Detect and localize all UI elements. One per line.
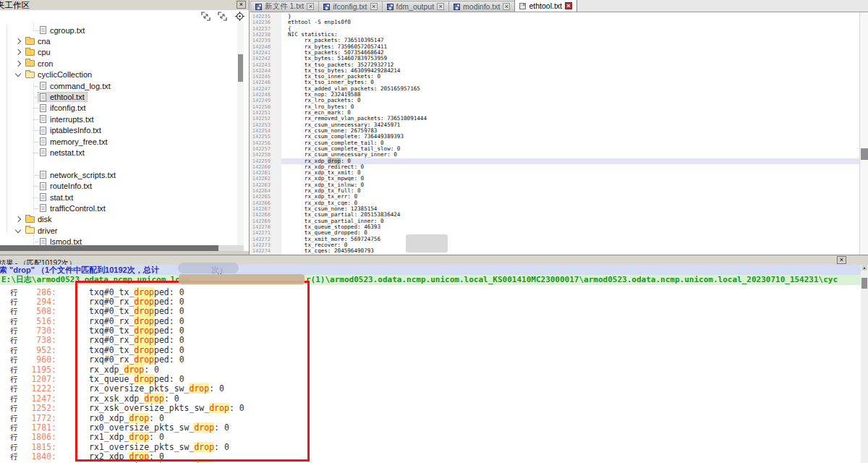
- editor-line-text: rx_xdp_tx_full: 0: [281, 188, 868, 194]
- editor-line[interactable]: 142236ethtool -S enp1s0f0: [250, 20, 868, 25]
- tree-item-label: disk: [38, 215, 52, 224]
- results-scrollbar-thumb[interactable]: [861, 278, 867, 289]
- tree-item-ifconfig.txt[interactable]: ifconfig.txt: [0, 103, 237, 114]
- chevron-right-icon[interactable]: [15, 38, 21, 44]
- tab-close-icon[interactable]: ×: [437, 3, 444, 10]
- tree-item-routeInfo.txt[interactable]: routeInfo.txt: [0, 180, 237, 191]
- chevron-right-icon[interactable]: [15, 49, 21, 55]
- workspace-tree: cgroup.txtcnacpucroncyclicCollectioncomm…: [0, 22, 237, 245]
- tree-item-netstat.txt[interactable]: netstat.txt: [0, 147, 237, 158]
- tab-modinfo.txt[interactable]: modinfo.txt×: [448, 1, 515, 12]
- line-label: 行: [10, 375, 18, 384]
- tree-item-stat.txt[interactable]: stat.txt: [0, 192, 237, 203]
- line-number: 142244: [250, 68, 281, 74]
- editor-line[interactable]: 142237{: [250, 26, 868, 32]
- line-number: 142259: [250, 158, 281, 164]
- tree-item-interrupts.txt[interactable]: interrupts.txt: [0, 114, 237, 124]
- save-state-icon: [323, 4, 330, 10]
- line-number: 142261: [250, 170, 281, 176]
- tab-label: fdm_output: [396, 2, 435, 11]
- search-summary-line[interactable]: 搜索 "drop" （1个文件中匹配到10192次，总计 次）: [0, 265, 868, 275]
- tree-item-label: ethtool.txt: [50, 93, 85, 101]
- tab-close-icon[interactable]: ×: [565, 2, 572, 9]
- tree-item-driver[interactable]: driver: [0, 225, 237, 236]
- tree-vertical-scrollbar-thumb[interactable]: [238, 54, 243, 82]
- tree-item-label: interrupts.txt: [50, 115, 94, 124]
- result-line-number: 960:: [20, 355, 56, 365]
- tab-close-icon[interactable]: ×: [307, 3, 314, 10]
- tree-item-network_scripts.txt[interactable]: network_scripts.txt: [0, 169, 237, 180]
- editor-vertical-scrollbar[interactable]: [859, 12, 868, 255]
- file-icon: [40, 238, 46, 245]
- tab-ethtool.txt[interactable]: ethtool.txt×: [514, 0, 577, 12]
- tree-item-cpu[interactable]: cpu: [0, 47, 237, 58]
- editor-area[interactable]: 142235}142236ethtool -S enp1s0f0142237{1…: [250, 12, 868, 255]
- file-icon: [40, 115, 46, 123]
- line-number: 142243: [250, 62, 281, 68]
- results-vertical-scrollbar[interactable]: ▲: [861, 265, 868, 463]
- tab--1.txt[interactable]: 新文件 1.txt×: [250, 1, 319, 12]
- result-line-number: 294:: [20, 297, 56, 307]
- line-label: 行: [10, 326, 18, 336]
- chevron-down-icon[interactable]: [15, 226, 21, 232]
- folder-icon: [25, 60, 35, 67]
- result-file-path-2: r(1)\armod0523.odata.ncmp.unicom.local_K…: [306, 275, 838, 285]
- tree-item-disk[interactable]: disk: [0, 214, 237, 225]
- tree-item-label: cyclicCollection: [38, 70, 92, 79]
- tree-item-iptablesInfo.txt[interactable]: iptablesInfo.txt: [0, 125, 237, 136]
- result-line-number: 1252:: [20, 404, 56, 413]
- tab-fdm_output[interactable]: fdm_output×: [382, 1, 450, 12]
- tab-close-icon[interactable]: ×: [370, 3, 378, 10]
- editor-line-text: rx_xdp_tx_err: 0: [281, 194, 868, 200]
- save-state-icon: [387, 4, 393, 10]
- line-number: 142255: [250, 134, 281, 140]
- tree-vertical-scrollbar[interactable]: [237, 22, 244, 245]
- file-icon: [40, 93, 46, 101]
- editor-line-text: rx_lro_packets: 0: [281, 98, 868, 103]
- line-label: 行: [10, 355, 18, 365]
- tab-label: ethtool.txt: [529, 1, 562, 10]
- line-number: 142240: [250, 44, 281, 50]
- chevron-right-icon[interactable]: [15, 216, 21, 222]
- tree-item-label: cron: [38, 59, 53, 68]
- line-number: 142274: [250, 248, 281, 254]
- line-label: 行: [10, 423, 18, 433]
- tree-item-command_log.txt[interactable]: command_log.txt: [0, 80, 237, 91]
- collapse-all-icon[interactable]: [218, 12, 227, 21]
- tree-item-lsmod.txt[interactable]: lsmod.txt: [0, 236, 237, 245]
- tree-item-cron[interactable]: cron: [0, 58, 237, 69]
- tree-item-trafficControl.txt[interactable]: trafficControl.txt: [0, 203, 237, 213]
- line-number: 142249: [250, 98, 281, 103]
- tree-item-cyclicCollection[interactable]: cyclicCollection: [0, 69, 237, 80]
- tab-close-icon[interactable]: ×: [503, 3, 510, 10]
- chevron-right-icon[interactable]: [15, 61, 21, 67]
- scroll-up-arrow[interactable]: ▲: [861, 265, 867, 271]
- tree-horizontal-scrollbar-thumb[interactable]: [0, 245, 218, 251]
- folder-icon: [25, 216, 35, 223]
- save-state-icon: [255, 4, 262, 10]
- editor-line-text: }: [281, 14, 868, 20]
- tree-horizontal-scrollbar[interactable]: [0, 245, 244, 251]
- tree-item-cgroup.txt[interactable]: cgroup.txt: [0, 25, 237, 35]
- line-number: 142251: [250, 110, 281, 116]
- tree-item-cna[interactable]: cna: [0, 35, 237, 46]
- editor-lines: 142235}142236ethtool -S enp1s0f0142237{1…: [250, 14, 868, 255]
- tab-label: 新文件 1.txt: [265, 1, 304, 12]
- expand-all-icon[interactable]: [201, 12, 210, 21]
- line-number: 142265: [250, 194, 281, 200]
- tree-item-memory_free.txt[interactable]: memory_free.txt: [0, 136, 237, 147]
- locate-file-icon[interactable]: [235, 12, 244, 21]
- workspace-close-button[interactable]: ×: [237, 1, 246, 9]
- line-number: 142267: [250, 206, 281, 212]
- result-line-number: 1222:: [20, 384, 56, 394]
- file-icon: [40, 82, 46, 90]
- chevron-down-icon[interactable]: [15, 71, 21, 77]
- tree-item-ethtool.txt[interactable]: ethtool.txt: [0, 91, 237, 102]
- line-number: 142242: [250, 56, 281, 61]
- editor-scrollbar-thumb[interactable]: [861, 148, 868, 160]
- tab-ifconfig.txt[interactable]: ifconfig.txt×: [318, 1, 382, 12]
- tree-item-label: cna: [38, 37, 51, 46]
- results-close-button[interactable]: ×: [837, 256, 846, 264]
- line-number: 142237: [250, 26, 281, 32]
- tab-label: modinfo.txt: [463, 2, 500, 11]
